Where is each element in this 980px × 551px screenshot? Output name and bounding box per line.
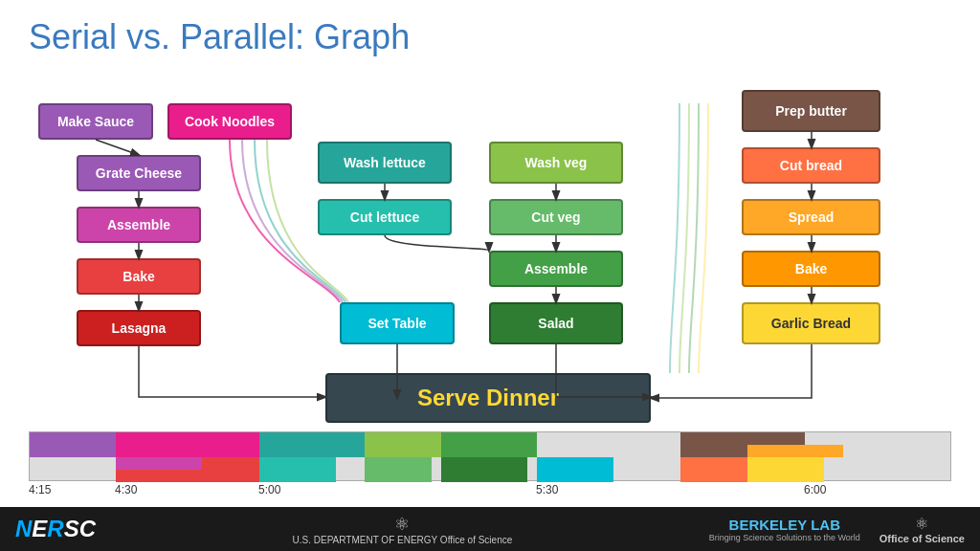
- timeline-segment: [30, 432, 116, 457]
- node-lasagna: Lasagna: [77, 310, 201, 346]
- node-cut_veg: Cut veg: [489, 199, 623, 235]
- node-cook_noodles: Cook Noodles: [167, 103, 292, 140]
- svg-line-0: [96, 140, 139, 155]
- footer-right: BERKELEY LAB Bringing Science Solutions …: [709, 515, 965, 544]
- timeline-label: 4:15: [29, 483, 51, 496]
- node-assemble2: Assemble: [489, 251, 623, 287]
- timeline-label: 5:00: [258, 483, 280, 496]
- berkeley-lab-logo: BERKELEY LAB Bringing Science Solutions …: [709, 517, 860, 542]
- timeline-label: 6:00: [804, 483, 826, 496]
- timeline-segment: [116, 457, 202, 470]
- nersc-logo: NERSC: [15, 516, 96, 542]
- node-wash_veg: Wash veg: [489, 142, 623, 184]
- footer-center: ⚛ U.S. DEPARTMENT OF ENERGY Office of Sc…: [293, 514, 513, 545]
- node-wash_lettuce: Wash lettuce: [318, 142, 452, 184]
- node-spread: Spread: [742, 199, 880, 235]
- doe-logo: ⚛ U.S. DEPARTMENT OF ENERGY Office of Sc…: [293, 514, 513, 545]
- node-grate_cheese: Grate Cheese: [77, 155, 201, 191]
- timeline-segment: [259, 457, 336, 482]
- node-prep_butter: Prep butter: [742, 90, 880, 132]
- timeline-segment: [441, 457, 527, 482]
- node-cut_lettuce: Cut lettuce: [318, 199, 452, 235]
- node-assemble1: Assemble: [77, 207, 201, 243]
- timeline-segment: [365, 457, 432, 482]
- timeline-segment: [441, 432, 537, 457]
- nersc-text: NERSC: [15, 516, 96, 542]
- node-cut_bread: Cut bread: [742, 147, 880, 184]
- node-serve_dinner: Serve Dinner: [325, 373, 651, 423]
- energy-logo: ⚛ Office of Science: [880, 515, 965, 544]
- node-garlic_bread: Garlic Bread: [742, 302, 880, 344]
- node-bake1: Bake: [77, 258, 201, 295]
- timeline-bar: [29, 431, 951, 481]
- timeline-segment: [537, 457, 613, 482]
- timeline: 4:154:305:005:306:00: [29, 431, 951, 498]
- timeline-segment: [747, 445, 843, 457]
- timeline-segment: [259, 432, 365, 457]
- node-bake2: Bake: [742, 251, 880, 287]
- node-make_sauce: Make Sauce: [38, 103, 153, 140]
- slide-title: Serial vs. Parallel: Graph: [29, 17, 410, 57]
- timeline-segment: [680, 457, 747, 482]
- node-set_table: Set Table: [340, 302, 455, 344]
- timeline-segment: [747, 457, 824, 482]
- slide: Serial vs. Parallel: Graph Make SauceCoo…: [0, 0, 980, 551]
- timeline-segment: [365, 432, 441, 457]
- footer: NERSC ⚛ U.S. DEPARTMENT OF ENERGY Office…: [0, 507, 980, 551]
- timeline-label: 4:30: [115, 483, 137, 496]
- timeline-label: 5:30: [536, 483, 558, 496]
- node-salad: Salad: [489, 302, 623, 344]
- timeline-segment: [116, 432, 259, 457]
